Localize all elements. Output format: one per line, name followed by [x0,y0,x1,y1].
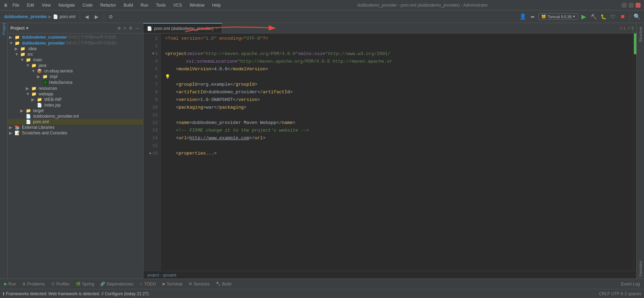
code-text: > [189,119,192,127]
menu-file[interactable]: File [10,2,22,8]
tab-bar: 📄 pom.xml (dubbodemo_provider) ✕ ⚠ 1 ✓ 3 [143,23,636,33]
tree-item-idea[interactable]: ▶ 📁 .idea [8,46,143,52]
code-text: </ [233,96,238,104]
code-text: < [176,104,179,111]
bottom-tab-run[interactable]: ▶ Run [1,281,19,288]
bottom-tab-event-log[interactable]: Event Log [618,281,643,288]
folder-icon: 📁 [15,35,21,40]
code-text: > [198,96,201,104]
menu-build[interactable]: Build [121,2,136,8]
code-text: </ [257,88,263,96]
tree-item-iml[interactable]: ▶ 📄 dubbodemo_provider.iml [8,113,143,119]
project-settings-btn[interactable]: ⚙ [128,25,133,31]
tab-close-btn[interactable]: ✕ [215,26,218,30]
code-text: < [165,50,168,58]
favorites-tab[interactable]: Favorites [638,259,643,279]
encoding[interactable]: UTF-8 [611,291,623,296]
code-line-3: <project xmlns="http://maven.apache.org/… [161,50,634,58]
bottom-tab-todo[interactable]: ✓ TODO [137,281,159,288]
breadcrumb-project[interactable]: dubbodemo_provider [4,14,47,19]
bottom-tab-terminal[interactable]: ▶ Terminal [160,281,185,288]
code-text: < [176,65,179,73]
maximize-btn[interactable] [629,3,634,8]
tree-item-customer[interactable]: ▶ 📁 dubbodemo_customer D:\大三下学期java学习\实训 [8,34,143,40]
project-locate-btn[interactable]: ⊕ [117,25,121,31]
code-line-16: <properties...> [161,150,634,157]
menu-tools[interactable]: Tools [153,2,168,8]
folder-icon: 📁 [42,74,49,79]
build-btn[interactable]: 🔨 [589,13,598,21]
tree-item-webapp[interactable]: ▼ 📁 webapp [8,91,143,97]
project-icon[interactable]: Project [1,26,7,32]
settings-btn[interactable]: ⚙ [107,13,115,21]
stop-btn[interactable]: ■ [619,13,627,21]
menu-window[interactable]: Window [187,2,207,8]
tree-item-helloservice[interactable]: ▶ I HelloService [8,79,143,86]
structure-tab[interactable]: Structure [638,24,643,44]
project-collapse-btn[interactable]: ≡ [123,25,127,31]
project-dropdown-icon[interactable]: ▾ [26,26,28,31]
menu-view[interactable]: View [39,2,54,8]
menu-refactor[interactable]: Refactor [97,2,119,8]
code-line-6: 💡 [161,73,634,81]
menu-run[interactable]: Run [138,2,151,8]
editor-tab-pom[interactable]: 📄 pom.xml (dubbodemo_provider) ✕ [143,23,222,33]
tree-item-main[interactable]: ▼ 📁 main [8,57,143,63]
tree-item-provider[interactable]: ▼ 📁 dubbodemo_provider DA\大三下学期java学习\实训… [8,40,143,46]
tree-item-src[interactable]: ▼ 📁 src [8,52,143,57]
project-close-btn[interactable]: — [135,25,140,31]
back-btn[interactable]: ◀ [83,13,91,21]
code-text: groupId [236,81,255,88]
tree-item-pom-xml[interactable]: ▶ 📄 pom.xml [8,119,143,125]
bottom-tab-spring[interactable]: 🌿 Spring [73,281,97,288]
bulb-icon[interactable]: 💡 [165,73,170,81]
tree-item-target[interactable]: ▶ 📁 target [8,108,143,113]
tree-item-service-pkg[interactable]: ▼ 📦 cn.ebuy.service [8,68,143,74]
tree-item-java[interactable]: ▼ 📁 java [8,63,143,68]
tree-arrow: ▶ [9,35,15,40]
nav-btn[interactable]: ⬅ [528,13,537,21]
bottom-tab-services[interactable]: ⚙ Services [186,281,212,288]
bottom-tab-problems[interactable]: ⚠ Problems [19,281,48,288]
scroll-thumb[interactable] [634,33,636,54]
tree-item-ext-libs[interactable]: ▶ 📚 External Libraries [8,125,143,130]
search-everywhere-btn[interactable]: 👤 [519,13,527,21]
code-text: > [187,134,189,142]
tree-item-resources[interactable]: ▶ 📁 resources [8,86,143,91]
tree-item-webinf[interactable]: ▶ 📁 WEB-INF [8,97,143,102]
code-text: modelVersion [233,65,266,73]
bottom-tab-dependencies[interactable]: 🔗 Dependencies [97,281,136,288]
line-ending[interactable]: CRLF [599,291,610,296]
toolbar-sep2 [104,13,104,20]
bottom-tab-build[interactable]: 🔨 Build [213,281,234,288]
coverage-btn[interactable]: 🛡 [609,13,617,21]
code-text: > [255,81,258,88]
run-btn[interactable]: ▶ [580,13,588,21]
menu-navigate[interactable]: Navigate [56,2,78,8]
fold-icon-16[interactable]: ▶ [149,150,151,157]
forward-btn[interactable]: ▶ [93,13,101,21]
fold-icon-3[interactable]: ▼ [152,50,154,58]
menu-code[interactable]: Code [80,2,95,8]
editor[interactable]: 1 2 ▼3 4 5 6 7 8 9 10 11 12 13 14 15 ▶16 [143,33,636,271]
code-line-5: <modelVersion>4.0.0</modelVersion> [161,65,634,73]
scrollbar[interactable] [634,33,636,271]
search-btn[interactable]: 🔍 [633,13,641,21]
code-area[interactable]: <?xml version="1.0" encoding="UTF-8"?> <… [161,33,634,271]
minimize-btn[interactable] [622,3,627,8]
menu-vcs[interactable]: VCS [171,2,185,8]
tree-arrow: ▼ [26,92,31,96]
tree-item-label: dubbodemo_provider [22,41,65,46]
debug-btn[interactable]: 🐛 [599,13,607,21]
tab-icon: 📄 [147,26,152,31]
tree-item-impl[interactable]: ▶ 📁 impl [8,74,143,79]
menu-help[interactable]: Help [209,2,223,8]
close-btn[interactable] [636,3,641,8]
tree-item-scratches[interactable]: ▶ 📝 Scratches and Consoles [8,130,143,136]
tomcat-selector[interactable]: 🐱 Tomcat 9.0.36 ▾ [538,13,578,20]
indentation[interactable]: 2 spaces [625,291,641,296]
tree-item-index-jsp[interactable]: ▶ 📄 index.jsp [8,102,143,108]
bottom-tab-profiler[interactable]: ⏱ Profiler [48,281,72,288]
breadcrumb-file[interactable]: pom.xml [60,14,75,19]
menu-edit[interactable]: Edit [24,2,37,8]
